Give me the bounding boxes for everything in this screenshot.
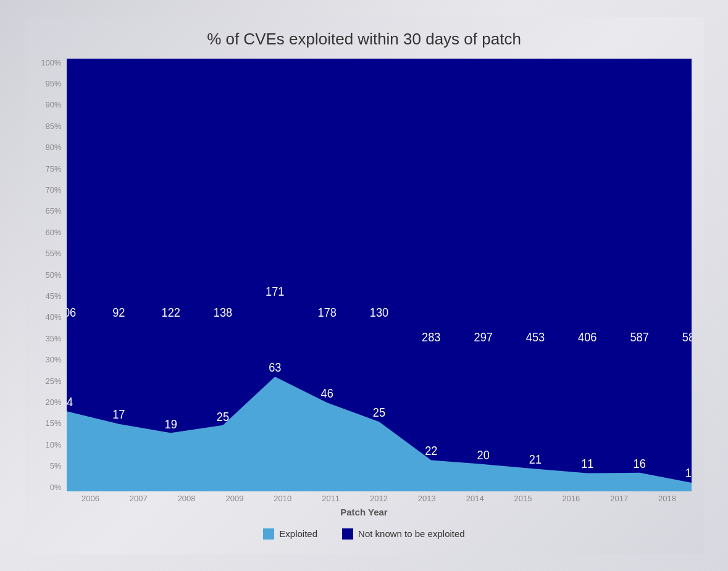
chart-title: % of CVEs exploited within 30 days of pa… [207,30,521,49]
x-label-2006: 2006 [67,494,115,503]
exploited-label-2016: 11 [581,456,593,470]
notexploited-label-2010: 171 [266,285,284,298]
chart-container: % of CVEs exploited within 30 days of pa… [25,17,704,554]
y-label-45%: 45% [45,292,61,300]
x-label-2007: 2007 [114,494,162,503]
x-label-2016: 2016 [547,494,595,503]
exploited-label-2008: 19 [164,417,177,431]
exploited-label-2012: 25 [372,406,385,419]
notexploited-label-2012: 130 [369,306,388,319]
x-label-2010: 2010 [259,494,307,503]
x-label-2009: 2009 [211,494,259,503]
y-axis: 0% 5% 10% 15% 20% 25% 30% 35% 40% 45% 50… [37,59,67,491]
chart-area: 0% 5% 10% 15% 20% 25% 30% 35% 40% 45% 50… [37,59,692,491]
notexploited-label-2015: 453 [525,330,544,343]
x-label-2011: 2011 [307,494,355,503]
y-label-70%: 70% [45,186,61,194]
y-label-0%: 0% [50,483,62,491]
y-label-100%: 100% [41,59,61,67]
x-label-2013: 2013 [403,494,451,503]
legend-exploited-label: Exploited [279,528,317,539]
y-label-75%: 75% [45,165,61,173]
y-label-15%: 15% [45,419,61,427]
notexploited-label-2016: 406 [578,330,596,343]
x-label-2018: 2018 [643,494,692,503]
notexploited-label-2017: 587 [630,330,648,343]
notexploited-label-2009: 138 [213,306,232,319]
legend-not-exploited-label: Not known to be exploited [358,528,465,539]
exploited-label-2013: 22 [425,444,437,457]
x-label-2012: 2012 [355,494,403,503]
y-label-80%: 80% [45,143,61,151]
y-label-85%: 85% [45,122,61,130]
x-axis-title: Patch Year [340,507,387,517]
chart-plot: 24 17 19 25 63 46 25 22 20 21 11 16 12 1… [67,59,692,491]
x-label-2017: 2017 [595,494,643,503]
exploited-label-2015: 21 [529,452,541,465]
exploited-area [67,377,692,491]
exploited-label-2010: 63 [269,360,281,373]
notexploited-label-2013: 283 [422,330,440,343]
notexploited-label-2008: 122 [161,306,180,319]
y-label-55%: 55% [45,249,61,257]
y-label-50%: 50% [45,271,61,279]
x-label-2014: 2014 [451,494,499,503]
svg-rect-1 [342,528,353,540]
svg-rect-0 [263,528,274,540]
y-label-5%: 5% [50,462,62,470]
exploited-label-2018: 12 [685,466,691,480]
legend-not-exploited-swatch [342,528,353,540]
exploited-label-2007: 17 [112,407,125,421]
x-label-2015: 2015 [499,494,547,503]
y-label-65%: 65% [45,207,61,215]
x-axis-area: 2006 2007 2008 2009 2010 2011 2012 2013 … [37,491,692,517]
exploited-label-2011: 46 [320,386,333,400]
y-label-40%: 40% [45,313,61,321]
y-label-95%: 95% [45,80,61,88]
y-label-25%: 25% [45,377,61,385]
x-labels: 2006 2007 2008 2009 2010 2011 2012 2013 … [67,494,692,503]
exploited-label-2009: 25 [216,409,228,423]
legend-exploited-swatch [263,528,274,540]
legend-not-exploited: Not known to be exploited [342,528,465,540]
y-label-30%: 30% [45,356,61,364]
chart-svg: 24 17 19 25 63 46 25 22 20 21 11 16 12 1… [67,59,692,491]
y-label-10%: 10% [45,441,61,449]
exploited-label-2006: 24 [67,395,73,409]
notexploited-label-2011: 178 [317,306,336,319]
legend-exploited: Exploited [263,528,317,540]
notexploited-label-2006: 106 [67,306,76,319]
notexploited-label-2018: 588 [682,330,691,343]
y-label-35%: 35% [45,335,61,343]
y-label-90%: 90% [45,101,61,109]
x-label-2008: 2008 [162,494,211,503]
legend-area: Exploited Not known to be exploited [263,522,464,542]
exploited-label-2017: 16 [633,456,645,470]
exploited-label-2014: 20 [477,448,489,462]
notexploited-label-2007: 92 [112,306,125,319]
y-label-20%: 20% [45,398,61,406]
notexploited-label-2014: 297 [474,330,492,343]
y-label-60%: 60% [45,228,61,236]
